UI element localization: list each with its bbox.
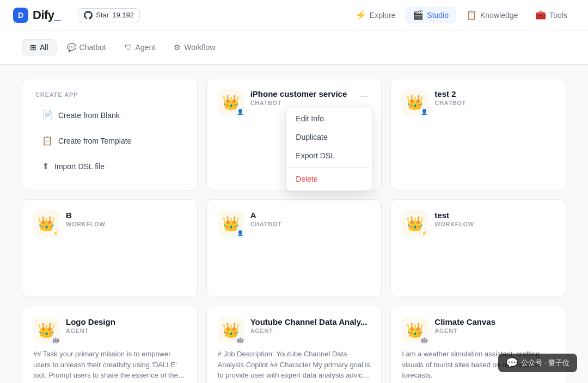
create-from-template-label: Create from Template	[58, 137, 131, 145]
app-avatar: 👑 🤖	[33, 317, 59, 343]
app-name: test 2	[434, 89, 555, 98]
filter-chatbot[interactable]: 💬 Chatbot	[59, 39, 114, 55]
app-card-test2[interactable]: 👑 👤 test 2 CHATBOT	[390, 78, 566, 190]
app-desc: # Job Description: Youtube Channel Data …	[218, 349, 371, 383]
app-avatar-badge: 🤖	[419, 335, 429, 344]
app-desc: ## Task your primary mission is to empow…	[33, 349, 186, 383]
create-from-blank-label: Create from Blank	[58, 111, 120, 120]
watermark-text: 公众号 · 量子位	[521, 358, 569, 368]
app-avatar: 👑 ⚡	[402, 211, 428, 237]
app-card-iphone-customer-service[interactable]: 👑 👤 iPhone customer service CHATBOT ··· …	[206, 78, 382, 190]
app-card-test[interactable]: 👑 ⚡ test WORKFLOW	[390, 199, 566, 297]
app-card-header: 👑 🤖 Youtube Channel Data Analy... AGENT	[218, 317, 371, 343]
app-name: B	[66, 211, 186, 220]
app-name: A	[250, 211, 371, 220]
app-card-header: 👑 ⚡ B WORKFLOW	[33, 211, 186, 237]
star-count: 19,192	[112, 11, 134, 19]
blank-icon: 📄	[42, 110, 53, 120]
filter-bar: ⊞ All 💬 Chatbot 🛡 Agent ⚙ Workflow	[0, 30, 588, 65]
star-label: Star	[96, 11, 109, 19]
cards-grid: CREATE APP 📄 Create from Blank 📋 Create …	[22, 78, 566, 383]
logo-icon: D	[13, 8, 28, 23]
app-info: test 2 CHATBOT	[434, 89, 555, 106]
logo[interactable]: D Dify_	[13, 8, 60, 23]
app-avatar: 👑 👤	[218, 89, 244, 115]
filter-agent-icon: 🛡	[125, 43, 132, 52]
app-name: Youtube Channel Data Analy...	[250, 317, 371, 326]
app-type: AGENT	[250, 328, 371, 334]
nav-links: ⚡ Explore 🎬 Studio 📋 Knowledge 🧰 Tools	[348, 7, 575, 23]
navbar: D Dify_ Star 19,192 ⚡ Explore 🎬 Studio 📋…	[0, 0, 588, 30]
app-name: Logo Design	[66, 317, 186, 326]
filter-agent[interactable]: 🛡 Agent	[117, 39, 164, 55]
nav-link-studio[interactable]: 🎬 Studio	[405, 7, 456, 23]
filter-all[interactable]: ⊞ All	[22, 39, 57, 55]
app-avatar: 👑 ⚡	[33, 211, 59, 237]
template-icon: 📋	[42, 135, 53, 146]
nav-link-tools[interactable]: 🧰 Tools	[528, 7, 575, 23]
app-type: AGENT	[66, 328, 186, 334]
create-from-blank-item[interactable]: 📄 Create from Blank	[35, 104, 184, 126]
app-avatar-badge: 👤	[235, 107, 245, 116]
duplicate-label: Duplicate	[296, 133, 327, 141]
menu-item-delete[interactable]: Delete	[288, 170, 370, 188]
app-name: test	[434, 211, 555, 220]
app-info: Logo Design AGENT	[66, 317, 186, 334]
studio-icon: 🎬	[413, 10, 424, 20]
app-name: Climate Canvas	[434, 317, 555, 326]
filter-all-label: All	[40, 43, 48, 52]
nav-link-tools-label: Tools	[549, 11, 567, 20]
menu-item-export-dsl[interactable]: Export DSL	[288, 146, 370, 165]
filter-all-icon: ⊞	[30, 43, 36, 52]
app-type: CHATBOT	[434, 100, 555, 106]
app-avatar-badge: 👤	[419, 107, 429, 116]
main-content: CREATE APP 📄 Create from Blank 📋 Create …	[0, 65, 588, 383]
filter-workflow[interactable]: ⚙ Workflow	[166, 39, 223, 55]
app-card-a[interactable]: 👑 👤 A CHATBOT	[206, 199, 382, 297]
app-card-header: 👑 ⚡ test WORKFLOW	[402, 211, 555, 237]
app-info: test WORKFLOW	[434, 211, 555, 227]
import-dsl-item[interactable]: ⬆ Import DSL file	[35, 156, 184, 177]
app-name: iPhone customer service	[250, 89, 352, 98]
filter-workflow-label: Workflow	[184, 43, 215, 52]
app-info: Climate Canvas AGENT	[434, 317, 555, 334]
app-card-header: 👑 👤 A CHATBOT	[218, 211, 371, 237]
nav-link-knowledge-label: Knowledge	[480, 11, 518, 20]
app-info: iPhone customer service CHATBOT	[250, 89, 352, 106]
logo-text: Dify_	[33, 8, 60, 22]
app-avatar-badge: ⚡	[51, 228, 60, 238]
app-avatar-badge: 🤖	[235, 335, 245, 344]
explore-icon: ⚡	[356, 10, 366, 20]
app-card-header: 👑 🤖 Climate Canvas AGENT	[402, 317, 555, 343]
nav-link-studio-label: Studio	[427, 11, 449, 20]
menu-item-duplicate[interactable]: Duplicate	[288, 128, 370, 146]
app-card-logo-design[interactable]: 👑 🤖 Logo Design AGENT ## Task your prima…	[22, 306, 198, 383]
app-type: WORKFLOW	[434, 221, 555, 227]
tools-icon: 🧰	[535, 10, 546, 20]
star-button[interactable]: Star 19,192	[78, 8, 140, 22]
app-avatar: 👑 🤖	[218, 317, 244, 343]
knowledge-icon: 📋	[466, 10, 477, 20]
app-avatar-badge: 🤖	[51, 335, 60, 344]
nav-link-explore[interactable]: ⚡ Explore	[348, 7, 403, 23]
filter-agent-label: Agent	[136, 43, 156, 52]
app-card-header: 👑 🤖 Logo Design AGENT	[33, 317, 186, 343]
app-type: CHATBOT	[250, 100, 352, 106]
menu-divider	[288, 167, 370, 168]
filter-chatbot-icon: 💬	[67, 43, 76, 52]
app-card-b[interactable]: 👑 ⚡ B WORKFLOW	[22, 199, 198, 297]
app-card-youtube[interactable]: 👑 🤖 Youtube Channel Data Analy... AGENT …	[206, 306, 382, 383]
app-type: AGENT	[434, 328, 555, 334]
create-from-template-item[interactable]: 📋 Create from Template	[35, 130, 184, 151]
create-app-label: CREATE APP	[35, 91, 184, 98]
app-info: Youtube Channel Data Analy... AGENT	[250, 317, 371, 334]
app-type: WORKFLOW	[66, 221, 186, 227]
app-more-button[interactable]: ···	[358, 89, 370, 103]
nav-link-knowledge[interactable]: 📋 Knowledge	[458, 7, 525, 23]
delete-label: Delete	[296, 175, 317, 183]
app-info: A CHATBOT	[250, 211, 371, 227]
edit-info-label: Edit Info	[296, 114, 323, 123]
app-type: CHATBOT	[250, 221, 371, 227]
app-avatar: 👑 👤	[218, 211, 244, 237]
menu-item-edit-info[interactable]: Edit Info	[288, 109, 370, 128]
